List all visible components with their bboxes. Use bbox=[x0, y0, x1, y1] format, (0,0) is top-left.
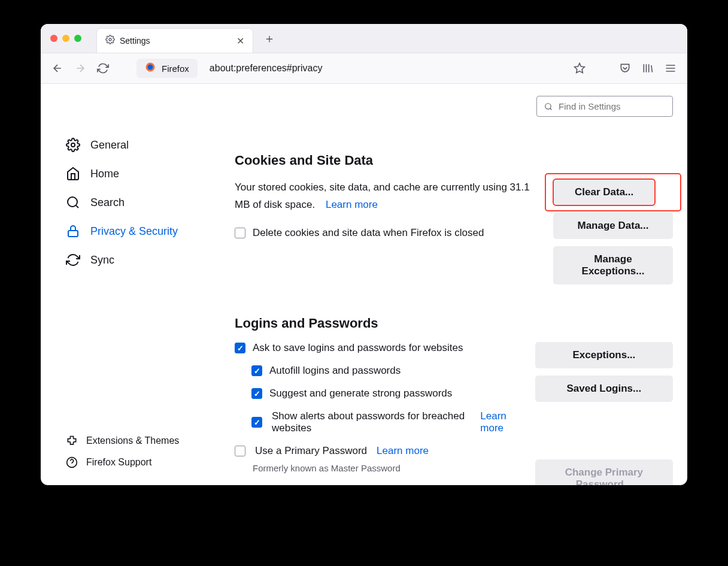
section-title-logins: Logins and Passwords bbox=[235, 316, 673, 331]
sidebar-item-general[interactable]: General bbox=[66, 138, 208, 152]
delete-on-close-label: Delete cookies and site data when Firefo… bbox=[253, 227, 484, 239]
autofill-checkbox[interactable] bbox=[251, 365, 262, 376]
svg-line-9 bbox=[76, 205, 78, 208]
manage-exceptions-button[interactable]: Manage Exceptions... bbox=[553, 246, 673, 284]
svg-line-14 bbox=[550, 108, 552, 110]
svg-point-13 bbox=[545, 103, 551, 108]
sidebar-item-label: Home bbox=[90, 168, 119, 180]
clear-data-button[interactable]: Clear Data... bbox=[553, 179, 655, 205]
svg-point-0 bbox=[109, 38, 111, 41]
ask-save-label: Ask to save logins and passwords for web… bbox=[253, 342, 463, 354]
find-in-settings[interactable] bbox=[536, 96, 673, 117]
sidebar-extensions-link[interactable]: Extensions & Themes bbox=[66, 435, 179, 447]
breach-alerts-learn-more-link[interactable]: Learn more bbox=[480, 410, 524, 434]
delete-on-close-checkbox[interactable] bbox=[235, 228, 245, 238]
sidebar-foot-label: Firefox Support bbox=[86, 457, 151, 468]
maximize-window-button[interactable] bbox=[74, 35, 81, 42]
section-title-cookies: Cookies and Site Data bbox=[235, 153, 673, 168]
close-tab-button[interactable]: ✕ bbox=[236, 35, 244, 47]
sidebar-item-label: General bbox=[90, 139, 129, 152]
tab-strip: Settings ✕ ＋ bbox=[41, 24, 687, 53]
svg-marker-3 bbox=[575, 63, 585, 73]
breach-alerts-label: Show alerts about passwords for breached… bbox=[272, 410, 471, 434]
ask-save-checkbox[interactable] bbox=[235, 343, 245, 353]
primary-password-label: Use a Primary Password bbox=[255, 445, 367, 457]
main-panel: Cookies and Site Data Your stored cookie… bbox=[208, 84, 687, 485]
sidebar-item-label: Sync bbox=[90, 254, 114, 267]
identity-pill[interactable]: Firefox bbox=[136, 59, 198, 78]
browser-window: Settings ✕ ＋ Firefox about:preferences#p… bbox=[41, 24, 687, 485]
svg-point-8 bbox=[68, 197, 77, 207]
svg-rect-10 bbox=[68, 231, 78, 237]
primary-password-hint: Formerly known as Master Password bbox=[253, 463, 524, 473]
firefox-icon bbox=[145, 62, 156, 75]
search-icon bbox=[66, 195, 80, 210]
cookies-learn-more-link[interactable]: Learn more bbox=[326, 199, 378, 210]
identity-label: Firefox bbox=[162, 63, 189, 74]
library-icon[interactable] bbox=[641, 61, 655, 75]
bookmark-star-icon[interactable] bbox=[572, 61, 587, 75]
login-exceptions-button[interactable]: Exceptions... bbox=[535, 342, 673, 368]
home-icon bbox=[66, 167, 80, 181]
reload-button[interactable] bbox=[96, 61, 110, 75]
manage-data-button[interactable]: Manage Data... bbox=[553, 213, 673, 239]
back-button[interactable] bbox=[50, 61, 65, 75]
sidebar-item-label: Search bbox=[90, 196, 125, 209]
search-icon bbox=[544, 102, 553, 111]
close-window-button[interactable] bbox=[50, 35, 57, 42]
lock-icon bbox=[66, 224, 80, 238]
autofill-label: Autofill logins and passwords bbox=[269, 365, 401, 377]
gear-icon bbox=[66, 138, 80, 152]
breach-alerts-checkbox[interactable] bbox=[251, 417, 262, 428]
content-area: General Home Search Privacy & Security S… bbox=[41, 84, 687, 485]
svg-point-2 bbox=[148, 65, 153, 70]
tab-title: Settings bbox=[120, 36, 150, 46]
cookies-description: Your stored cookies, site data, and cach… bbox=[235, 181, 530, 210]
sidebar-support-link[interactable]: Firefox Support bbox=[66, 456, 179, 468]
sidebar-item-sync[interactable]: Sync bbox=[66, 253, 208, 267]
sidebar-item-privacy[interactable]: Privacy & Security bbox=[66, 224, 208, 238]
suggest-passwords-checkbox[interactable] bbox=[251, 388, 262, 399]
help-icon bbox=[66, 456, 78, 468]
window-controls bbox=[50, 35, 81, 42]
sidebar: General Home Search Privacy & Security S… bbox=[41, 84, 208, 485]
sidebar-item-label: Privacy & Security bbox=[90, 225, 178, 238]
saved-logins-button[interactable]: Saved Logins... bbox=[535, 376, 673, 402]
puzzle-icon bbox=[66, 435, 78, 447]
gear-icon bbox=[105, 35, 115, 47]
menu-icon[interactable] bbox=[663, 61, 678, 75]
sidebar-foot-label: Extensions & Themes bbox=[86, 435, 179, 446]
sidebar-item-search[interactable]: Search bbox=[66, 195, 208, 210]
primary-password-learn-more-link[interactable]: Learn more bbox=[377, 445, 429, 457]
new-tab-button[interactable]: ＋ bbox=[263, 31, 275, 47]
change-primary-password-button: Change Primary Password... bbox=[535, 459, 673, 485]
sync-icon bbox=[66, 253, 80, 267]
pocket-icon[interactable] bbox=[618, 61, 632, 75]
primary-password-checkbox[interactable] bbox=[235, 446, 245, 456]
suggest-passwords-label: Suggest and generate strong passwords bbox=[269, 388, 452, 399]
url-text[interactable]: about:preferences#privacy bbox=[210, 63, 323, 74]
svg-point-7 bbox=[71, 143, 75, 147]
minimize-window-button[interactable] bbox=[62, 35, 69, 42]
tab-settings[interactable]: Settings ✕ bbox=[97, 29, 253, 53]
sidebar-item-home[interactable]: Home bbox=[66, 167, 208, 181]
urlbar: Firefox about:preferences#privacy bbox=[41, 53, 687, 84]
find-in-settings-input[interactable] bbox=[559, 101, 665, 111]
forward-button[interactable] bbox=[73, 61, 87, 75]
